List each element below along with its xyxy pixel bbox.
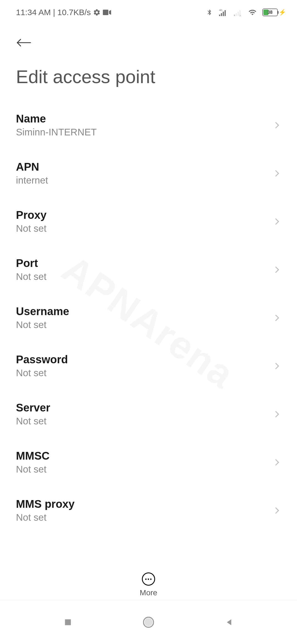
battery-indicator: 38 ⚡ bbox=[262, 9, 286, 16]
svg-rect-5 bbox=[225, 10, 226, 16]
chevron-right-icon bbox=[272, 458, 281, 467]
chevron-right-icon bbox=[272, 169, 281, 178]
signal-no-service-icon: ✕ bbox=[233, 8, 243, 17]
chevron-right-icon bbox=[272, 121, 281, 130]
setting-label: MMSC bbox=[16, 450, 272, 462]
settings-list: Name Siminn-INTERNET APN internet Proxy … bbox=[0, 101, 297, 534]
video-icon bbox=[103, 9, 111, 15]
setting-value: Not set bbox=[16, 271, 272, 282]
setting-value: Not set bbox=[16, 416, 272, 427]
charging-icon: ⚡ bbox=[279, 9, 286, 16]
more-icon bbox=[142, 572, 155, 586]
svg-rect-6 bbox=[234, 15, 235, 16]
setting-item-name[interactable]: Name Siminn-INTERNET bbox=[16, 101, 281, 149]
setting-value: Not set bbox=[16, 512, 272, 523]
chevron-right-icon bbox=[272, 506, 281, 515]
back-button[interactable] bbox=[16, 33, 35, 52]
svg-point-14 bbox=[145, 619, 152, 626]
setting-label: MMS proxy bbox=[16, 498, 272, 510]
setting-item-mmsc[interactable]: MMSC Not set bbox=[16, 438, 281, 486]
status-right: 4G ✕ bbox=[206, 8, 286, 17]
setting-value: Not set bbox=[16, 464, 272, 475]
setting-value: Not set bbox=[16, 223, 272, 234]
chevron-right-icon bbox=[272, 362, 281, 370]
nav-home-button[interactable] bbox=[142, 616, 155, 629]
svg-rect-12 bbox=[65, 619, 71, 625]
svg-rect-0 bbox=[103, 10, 108, 15]
status-bar: 11:34 AM | 10.7KB/s bbox=[0, 0, 297, 25]
setting-label: Password bbox=[16, 353, 272, 366]
status-data-rate: 10.7KB/s bbox=[57, 8, 91, 17]
svg-rect-7 bbox=[236, 13, 237, 16]
setting-item-proxy[interactable]: Proxy Not set bbox=[16, 197, 281, 245]
nav-recent-button[interactable] bbox=[61, 616, 75, 629]
setting-item-password[interactable]: Password Not set bbox=[16, 342, 281, 390]
bluetooth-icon bbox=[206, 8, 213, 17]
more-label: More bbox=[140, 588, 157, 597]
setting-value: internet bbox=[16, 175, 272, 186]
svg-text:✕: ✕ bbox=[239, 14, 241, 17]
setting-label: Proxy bbox=[16, 209, 272, 221]
gear-icon bbox=[93, 9, 101, 16]
nav-bar bbox=[0, 600, 297, 644]
nav-back-button[interactable] bbox=[222, 616, 236, 629]
bottom-bar: More bbox=[0, 570, 297, 600]
setting-item-mms-proxy[interactable]: MMS proxy Not set bbox=[16, 486, 281, 534]
wifi-icon bbox=[248, 8, 257, 17]
status-separator: | bbox=[53, 8, 55, 17]
setting-label: APN bbox=[16, 161, 272, 173]
status-time: 11:34 AM bbox=[16, 8, 51, 17]
setting-item-port[interactable]: Port Not set bbox=[16, 245, 281, 294]
header: Edit access point bbox=[0, 25, 297, 87]
svg-text:4G: 4G bbox=[219, 9, 222, 12]
setting-item-server[interactable]: Server Not set bbox=[16, 390, 281, 438]
setting-value: Not set bbox=[16, 367, 272, 378]
setting-label: Server bbox=[16, 402, 272, 414]
status-left: 11:34 AM | 10.7KB/s bbox=[16, 8, 111, 17]
setting-value: Not set bbox=[16, 319, 272, 330]
setting-item-username[interactable]: Username Not set bbox=[16, 294, 281, 342]
svg-rect-8 bbox=[238, 12, 239, 16]
signal-4g-icon: 4G bbox=[218, 8, 228, 17]
setting-value: Siminn-INTERNET bbox=[16, 127, 272, 138]
setting-item-apn[interactable]: APN internet bbox=[16, 149, 281, 197]
chevron-right-icon bbox=[272, 410, 281, 419]
svg-rect-3 bbox=[221, 13, 222, 16]
chevron-right-icon bbox=[272, 217, 281, 226]
setting-label: Name bbox=[16, 113, 272, 125]
setting-label: Username bbox=[16, 305, 272, 318]
chevron-right-icon bbox=[272, 265, 281, 274]
setting-label: Port bbox=[16, 257, 272, 269]
svg-rect-2 bbox=[219, 15, 220, 16]
chevron-right-icon bbox=[272, 313, 281, 322]
battery-level: 38 bbox=[268, 10, 273, 15]
more-button[interactable]: More bbox=[140, 572, 157, 597]
page-title: Edit access point bbox=[16, 66, 281, 87]
svg-rect-4 bbox=[223, 12, 224, 16]
